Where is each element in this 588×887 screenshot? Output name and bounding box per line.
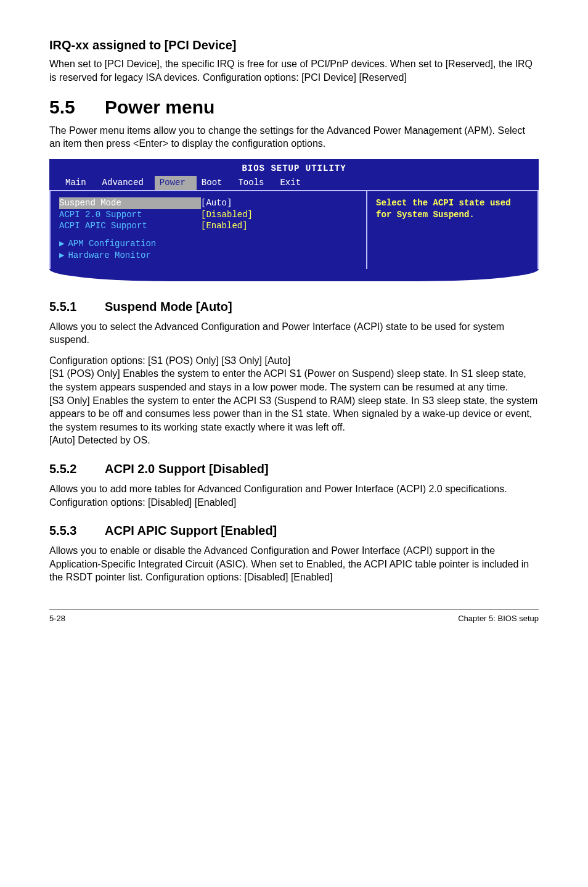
acpi20-heading: 5.5.2ACPI 2.0 Support [Disabled] (49, 461, 539, 477)
bios-tab-main[interactable]: Main (60, 176, 97, 190)
footer-chapter: Chapter 5: BIOS setup (458, 613, 539, 624)
acpi-apic-heading-text: ACPI APIC Support [Enabled] (105, 524, 277, 537)
bios-help-panel: Select the ACPI state used for System Su… (367, 191, 539, 269)
bios-value-acpi20: [Disabled] (201, 209, 253, 221)
acpi20-heading-text: ACPI 2.0 Support [Disabled] (105, 462, 269, 476)
power-menu-heading-num: 5.5 (49, 95, 105, 120)
suspend-mode-p4: [S3 Only] Enables the system to enter th… (49, 394, 539, 434)
bios-tabs: Main Advanced Power Boot Tools Exit (49, 175, 539, 190)
irq-paragraph: When set to [PCI Device], the specific I… (49, 57, 539, 84)
bios-label-acpi-apic: ACPI APIC Support (59, 220, 201, 232)
bios-row-acpi20[interactable]: ACPI 2.0 Support [Disabled] (59, 209, 357, 221)
bios-sub-hwmon[interactable]: ▶Hardware Monitor (59, 250, 357, 262)
suspend-mode-p1: Allows you to select the Advanced Config… (49, 320, 539, 347)
suspend-mode-heading-num: 5.5.1 (49, 299, 105, 315)
bios-value-suspend-mode: [Auto] (201, 197, 232, 209)
bios-sub-apm[interactable]: ▶APM Configuration (59, 238, 357, 250)
bios-sub-apm-label: APM Configuration (68, 239, 156, 249)
suspend-mode-p2: Configuration options: [S1 (POS) Only] [… (49, 354, 539, 368)
acpi-apic-p1: Allows you to enable or disable the Adva… (49, 544, 539, 584)
acpi20-heading-num: 5.5.2 (49, 461, 105, 477)
acpi-apic-heading-num: 5.5.3 (49, 522, 105, 539)
acpi20-p1: Allows you to add more tables for Advanc… (49, 482, 539, 496)
suspend-mode-heading-text: Suspend Mode [Auto] (105, 300, 232, 313)
bios-tab-advanced[interactable]: Advanced (97, 176, 155, 190)
bios-setup-box: BIOS SETUP UTILITY Main Advanced Power B… (49, 159, 539, 281)
irq-heading: IRQ-xx assigned to [PCI Device] (49, 37, 539, 54)
suspend-mode-heading: 5.5.1Suspend Mode [Auto] (49, 299, 539, 315)
bios-title: BIOS SETUP UTILITY (49, 159, 539, 175)
bios-sub-hwmon-label: Hardware Monitor (68, 250, 150, 260)
acpi-apic-heading: 5.5.3ACPI APIC Support [Enabled] (49, 522, 539, 539)
suspend-mode-p5: [Auto] Detected by OS. (49, 434, 539, 447)
power-menu-intro: The Power menu items allow you to change… (49, 124, 539, 151)
bios-label-suspend-mode: Suspend Mode (59, 198, 121, 208)
page-footer: 5-28 Chapter 5: BIOS setup (49, 609, 539, 624)
power-menu-heading: 5.5Power menu (49, 95, 539, 120)
bios-row-acpi-apic[interactable]: ACPI APIC Support [Enabled] (59, 220, 357, 232)
triangle-icon: ▶ (59, 239, 64, 249)
bios-label-acpi20: ACPI 2.0 Support (59, 209, 201, 221)
bios-body: Suspend Mode [Auto] ACPI 2.0 Support [Di… (49, 190, 539, 270)
bios-left-panel: Suspend Mode [Auto] ACPI 2.0 Support [Di… (49, 191, 367, 269)
bios-value-acpi-apic: [Enabled] (201, 220, 248, 232)
bios-help-text: Select the ACPI state used for System Su… (376, 197, 529, 221)
bios-tab-boot[interactable]: Boot (197, 176, 234, 190)
suspend-mode-p3: [S1 (POS) Only] Enables the system to en… (49, 367, 539, 394)
footer-page-number: 5-28 (49, 613, 65, 624)
triangle-icon: ▶ (59, 250, 64, 260)
bios-tab-power[interactable]: Power (155, 176, 197, 190)
bios-tab-exit[interactable]: Exit (275, 176, 312, 190)
bios-tab-tools[interactable]: Tools (233, 176, 275, 190)
power-menu-heading-text: Power menu (105, 97, 214, 117)
bios-row-suspend-mode[interactable]: Suspend Mode [Auto] (59, 197, 357, 209)
acpi20-p2: Configuration options: [Disabled] [Enabl… (49, 496, 539, 510)
bios-bottom-curve (49, 269, 539, 281)
